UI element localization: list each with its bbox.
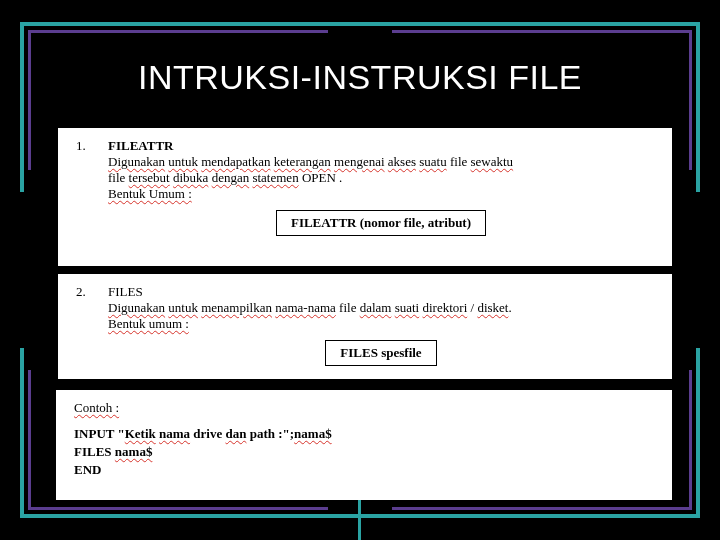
text: INPUT "	[74, 426, 125, 441]
item-description: Digunakan untuk menampilkan nama-nama fi…	[108, 300, 654, 316]
text: nama$	[115, 444, 153, 459]
frame-line	[392, 30, 692, 33]
frame-line	[20, 514, 360, 518]
text: .	[508, 300, 511, 315]
slide-title: INTRUKSI-INSTRUKSI FILE	[0, 58, 720, 97]
panel-example: Contoh : INPUT "Ketik nama drive dan pat…	[56, 390, 672, 500]
text: disket	[477, 300, 508, 315]
text: Ketik	[125, 426, 156, 441]
slide-root: INTRUKSI-INSTRUKSI FILE 1. FILEATTR Digu…	[0, 0, 720, 540]
text: mengenai	[334, 154, 385, 169]
text: file	[450, 154, 467, 169]
frame-line	[689, 30, 692, 170]
text: Digunakan	[108, 154, 165, 169]
text: suatu	[419, 154, 446, 169]
code-line: INPUT "Ketik nama drive dan path :";nama…	[74, 426, 654, 442]
text: akses	[388, 154, 416, 169]
list-number: 1.	[76, 138, 86, 154]
text: FILES	[74, 444, 112, 459]
frame-line	[20, 22, 24, 192]
panel-files: 2. FILES Digunakan untuk menampilkan nam…	[58, 274, 672, 379]
text: /	[471, 300, 475, 315]
item-description: file tersebut dibuka dengan statemen OPE…	[108, 170, 654, 186]
text: keterangan	[274, 154, 331, 169]
text: suati	[395, 300, 420, 315]
panel-fileattr: 1. FILEATTR Digunakan untuk mendapatkan …	[58, 128, 672, 266]
item-description: Digunakan untuk mendapatkan keterangan m…	[108, 154, 654, 170]
frame-line	[20, 22, 360, 26]
text: nama-nama	[275, 300, 336, 315]
text: untuk	[168, 154, 198, 169]
text: file	[108, 170, 125, 185]
text: OPEN .	[302, 170, 342, 185]
list-number: 2.	[76, 284, 86, 300]
text: dibuka	[173, 170, 208, 185]
text: dan	[225, 426, 246, 441]
text: dengan	[212, 170, 250, 185]
text: path :";	[250, 426, 294, 441]
text: dalam	[360, 300, 392, 315]
frame-line	[360, 514, 700, 518]
text: file	[339, 300, 356, 315]
item-heading: FILEATTR	[108, 138, 654, 154]
frame-line	[28, 30, 328, 33]
text: direktori	[422, 300, 467, 315]
text: mendapatkan	[201, 154, 270, 169]
frame-line	[392, 507, 692, 510]
form-label: Bentuk umum :	[108, 316, 189, 332]
text: sewaktu	[471, 154, 514, 169]
text: untuk	[168, 300, 198, 315]
frame-line	[689, 370, 692, 510]
syntax-box: FILES spesfile	[325, 340, 436, 366]
code-line: END	[74, 462, 654, 478]
frame-line	[28, 30, 31, 170]
form-label: Bentuk Umum :	[108, 186, 192, 202]
text: Digunakan	[108, 300, 165, 315]
text: statemen	[252, 170, 298, 185]
text: nama	[159, 426, 190, 441]
code-line: FILES nama$	[74, 444, 654, 460]
syntax-box: FILEATTR (nomor file, atribut)	[276, 210, 486, 236]
text: tersebut	[129, 170, 170, 185]
text: menampilkan	[201, 300, 272, 315]
item-heading: FILES	[108, 284, 654, 300]
frame-line	[20, 348, 24, 518]
frame-line	[28, 507, 328, 510]
frame-line	[696, 22, 700, 192]
frame-line	[696, 348, 700, 518]
text: nama$	[294, 426, 332, 441]
example-label: Contoh :	[74, 400, 119, 416]
frame-line	[360, 22, 700, 26]
frame-line	[28, 370, 31, 510]
text: drive	[193, 426, 222, 441]
